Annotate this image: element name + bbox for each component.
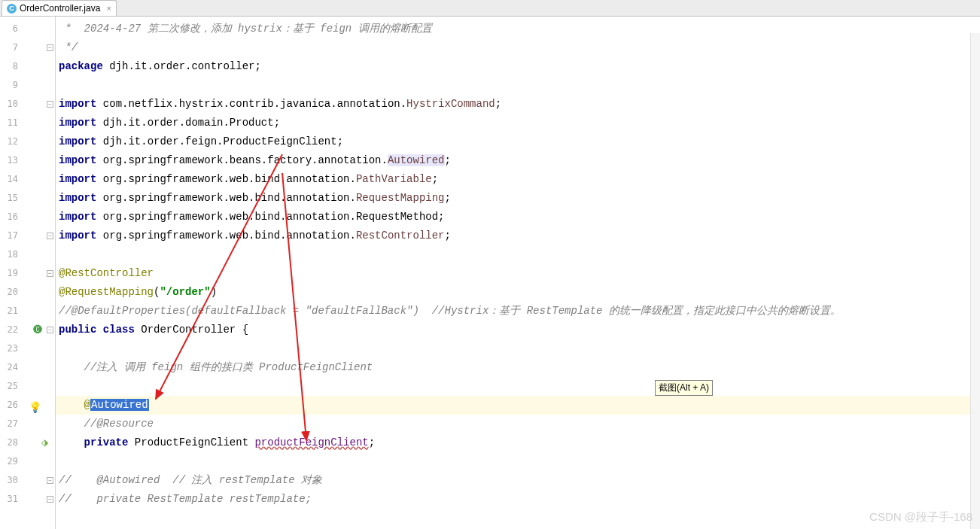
code-line[interactable]: import org.springframework.web.bind.anno… bbox=[56, 189, 980, 208]
line-number: 18 bbox=[0, 245, 24, 264]
line-number: 10 bbox=[0, 95, 24, 114]
code-line[interactable]: * 2024-4-27 第二次修改，添加 hystrix：基于 feign 调用… bbox=[56, 20, 980, 38]
gutter-row bbox=[24, 132, 55, 151]
code-line[interactable]: //注入 调用 feign 组件的接口类 ProductFeignClient bbox=[56, 358, 980, 377]
line-number: 20 bbox=[0, 283, 24, 302]
line-number: 24 bbox=[0, 358, 24, 377]
code-line[interactable]: */ bbox=[56, 38, 980, 57]
gutter-row: − bbox=[24, 471, 55, 490]
gutter-row bbox=[24, 339, 55, 358]
code-line[interactable] bbox=[56, 339, 980, 358]
fold-toggle[interactable]: − bbox=[47, 270, 53, 277]
gutter-row: ⬗ bbox=[24, 433, 55, 452]
fold-toggle[interactable]: − bbox=[47, 327, 53, 333]
line-number: 6 bbox=[0, 20, 24, 38]
line-number: 8 bbox=[0, 57, 24, 76]
line-number: 19 bbox=[0, 264, 24, 283]
code-line[interactable]: public class OrderController { bbox=[56, 321, 980, 339]
fold-toggle[interactable]: − bbox=[47, 44, 53, 51]
java-class-icon: C bbox=[7, 4, 17, 14]
gutter-row bbox=[24, 170, 55, 189]
line-number: 17 bbox=[0, 226, 24, 245]
code-line[interactable]: @RestController bbox=[56, 264, 980, 283]
gutter-row bbox=[24, 114, 55, 132]
code-line[interactable]: private ProductFeignClient productFeignC… bbox=[56, 433, 980, 452]
code-line[interactable]: import djh.it.order.feign.ProductFeignCl… bbox=[56, 132, 980, 151]
line-number: 16 bbox=[0, 208, 24, 226]
editor-tab[interactable]: C OrderController.java × bbox=[2, 0, 117, 16]
gutter-row bbox=[24, 57, 55, 76]
code-line[interactable] bbox=[56, 245, 980, 264]
line-number: 7 bbox=[0, 38, 24, 57]
code-line[interactable]: //@DefaultProperties(defaultFallback = "… bbox=[56, 302, 980, 321]
code-line[interactable]: package djh.it.order.controller; bbox=[56, 57, 980, 76]
code-line[interactable]: //@Resource bbox=[56, 415, 980, 433]
gutter-row: − bbox=[24, 490, 55, 509]
gutter-row: − bbox=[24, 226, 55, 245]
line-number: 9 bbox=[0, 76, 24, 95]
gutter-row bbox=[24, 245, 55, 264]
code-line[interactable] bbox=[56, 377, 980, 396]
line-number-gutter: 6789101112131415161718192021222324252627… bbox=[0, 17, 24, 529]
scrollbar-vertical[interactable] bbox=[970, 33, 980, 529]
fold-toggle[interactable]: − bbox=[47, 496, 53, 503]
line-number: 13 bbox=[0, 151, 24, 170]
line-number: 14 bbox=[0, 170, 24, 189]
line-number: 21 bbox=[0, 302, 24, 321]
line-number: 30 bbox=[0, 471, 24, 490]
fold-toggle[interactable]: − bbox=[47, 101, 53, 108]
code-line[interactable]: import com.netflix.hystrix.contrib.javan… bbox=[56, 95, 980, 114]
line-number: 22 bbox=[0, 321, 24, 339]
gutter-row bbox=[24, 189, 55, 208]
close-icon[interactable]: × bbox=[106, 4, 111, 13]
code-line[interactable]: import org.springframework.web.bind.anno… bbox=[56, 226, 980, 245]
gutter-row bbox=[24, 151, 55, 170]
screenshot-tooltip: 截图(Alt + A) bbox=[655, 380, 713, 396]
tab-bar: C OrderController.java × bbox=[0, 0, 980, 17]
fold-toggle[interactable]: − bbox=[47, 233, 53, 239]
fold-toggle[interactable]: − bbox=[47, 477, 53, 484]
code-line[interactable]: import org.springframework.web.bind.anno… bbox=[56, 208, 980, 226]
gutter-row bbox=[24, 377, 55, 396]
line-number: 15 bbox=[0, 189, 24, 208]
line-number: 11 bbox=[0, 114, 24, 132]
code-line[interactable]: import djh.it.order.domain.Product; bbox=[56, 114, 980, 132]
code-editor[interactable]: 6789101112131415161718192021222324252627… bbox=[0, 17, 980, 529]
line-number: 23 bbox=[0, 339, 24, 358]
code-line[interactable] bbox=[56, 76, 980, 95]
code-line[interactable]: // @Autowired // 注入 restTemplate 对象 bbox=[56, 471, 980, 490]
code-line[interactable]: // private RestTemplate restTemplate; bbox=[56, 490, 980, 509]
gutter-row: − bbox=[24, 264, 55, 283]
gutter-row bbox=[24, 302, 55, 321]
gutter-row bbox=[24, 358, 55, 377]
line-number: 25 bbox=[0, 377, 24, 396]
gutter-row: 🅒− bbox=[24, 321, 55, 339]
gutter-row bbox=[24, 20, 55, 38]
line-number: 31 bbox=[0, 490, 24, 509]
code-line[interactable]: @RequestMapping("/order") bbox=[56, 283, 980, 302]
gutter-row: − bbox=[24, 95, 55, 114]
line-number: 27 bbox=[0, 415, 24, 433]
code-line[interactable] bbox=[56, 452, 980, 471]
class-gutter-icon: 🅒 bbox=[33, 324, 45, 336]
code-area[interactable]: * 2024-4-27 第二次修改，添加 hystrix：基于 feign 调用… bbox=[56, 17, 980, 529]
gutter-row bbox=[24, 283, 55, 302]
gutter-row: − bbox=[24, 38, 55, 57]
bean-gutter-icon[interactable]: ⬗ bbox=[41, 437, 53, 449]
code-line[interactable]: @Autowired💡 bbox=[56, 396, 980, 415]
code-line[interactable]: import org.springframework.web.bind.anno… bbox=[56, 170, 980, 189]
code-line[interactable]: import org.springframework.beans.factory… bbox=[56, 151, 980, 170]
tab-filename: OrderController.java bbox=[20, 3, 100, 14]
gutter-icons: −−−−🅒−⬗−− bbox=[24, 17, 56, 529]
gutter-row bbox=[24, 76, 55, 95]
line-number: 26 bbox=[0, 396, 24, 415]
line-number: 28 bbox=[0, 433, 24, 452]
gutter-row bbox=[24, 452, 55, 471]
line-number: 12 bbox=[0, 132, 24, 151]
line-number: 29 bbox=[0, 452, 24, 471]
gutter-row bbox=[24, 208, 55, 226]
intention-bulb-icon[interactable]: 💡 bbox=[29, 399, 41, 418]
